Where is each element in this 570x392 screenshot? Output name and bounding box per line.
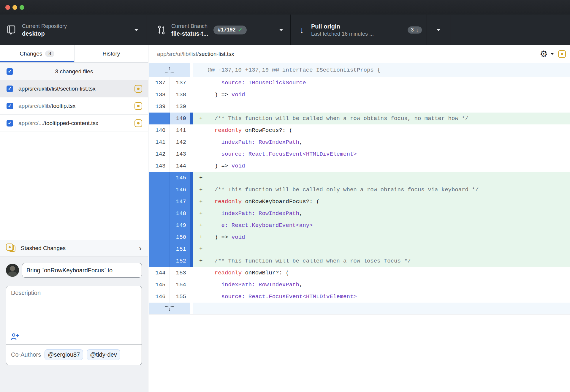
commit-description-input[interactable]: Description xyxy=(6,286,142,344)
diff-gutter[interactable]: 138138 xyxy=(149,89,190,101)
diff-gutter[interactable]: 143144 xyxy=(149,160,190,172)
minimize-window-button[interactable] xyxy=(12,5,17,10)
pull-count-badge: 3 ↓ xyxy=(408,26,422,34)
current-branch-button[interactable]: Current Branch file-status-t... #17192 ✓ xyxy=(146,15,291,45)
stashed-changes-row[interactable]: Stashed Changes › xyxy=(0,240,148,257)
diff-gutter-strip xyxy=(190,148,193,160)
diff-gutter-strip xyxy=(190,196,193,208)
new-line-number: 140 xyxy=(170,113,190,124)
diff-gutter[interactable]: 144153 xyxy=(149,267,190,279)
changed-file-list: ✓app/src/ui/lib/list/section-list.tsx✓ap… xyxy=(0,80,148,132)
stash-icon xyxy=(6,244,16,253)
new-line-number: 143 xyxy=(170,148,190,160)
file-checkbox[interactable]: ✓ xyxy=(7,86,13,92)
diff-gutter-strip xyxy=(190,63,193,77)
diff-gutter-strip xyxy=(190,124,193,136)
diff-gutter-strip xyxy=(190,279,193,291)
diff-code-line: ) => void xyxy=(193,160,570,172)
diff-code-line: indexPath: RowIndexPath, xyxy=(193,136,570,148)
old-line-number: 142 xyxy=(149,148,170,160)
tab-changes[interactable]: Changes 3 xyxy=(0,45,74,62)
old-line-number: 146 xyxy=(149,291,170,303)
diff-gutter[interactable]: 150 xyxy=(149,231,190,243)
new-line-number: 144 xyxy=(170,160,190,172)
chevron-down-icon xyxy=(279,29,283,31)
file-row[interactable]: ✓app/src/.../tooltipped-content.tsx xyxy=(0,115,148,132)
tab-history[interactable]: History xyxy=(74,45,148,62)
pull-options-dropdown[interactable] xyxy=(427,15,450,45)
diff-pane: app/src/ui/lib/list/section-list.tsx ⚙ ↑… xyxy=(149,45,570,392)
diff-gutter[interactable]: 149 xyxy=(149,219,190,231)
file-row[interactable]: ✓app/src/ui/lib/list/section-list.tsx xyxy=(0,80,148,97)
diff-gutter[interactable]: 142143 xyxy=(149,148,190,160)
diff-gutter[interactable]: 148 xyxy=(149,208,190,219)
old-line-number: 137 xyxy=(149,77,170,89)
diff-gutter-strip xyxy=(190,89,193,101)
modified-status-icon xyxy=(134,85,142,93)
added-line-marker: + xyxy=(199,231,202,243)
diff-gutter[interactable]: 140141 xyxy=(149,124,190,136)
diff-code-line xyxy=(193,303,570,314)
old-line-number xyxy=(149,113,170,124)
file-path: app/src/.../tooltipped-content.tsx xyxy=(18,120,134,127)
diff-gutter[interactable]: 151 xyxy=(149,243,190,255)
commit-summary-input[interactable]: Bring `onRowKeyboardFocus` to xyxy=(22,263,142,278)
diff-gutter[interactable]: 147 xyxy=(149,196,190,208)
old-line-number xyxy=(149,219,170,231)
new-line-number: 145 xyxy=(170,172,190,184)
zoom-window-button[interactable] xyxy=(20,5,24,10)
add-coauthor-button[interactable] xyxy=(10,332,19,341)
file-row[interactable]: ✓app/src/ui/lib/tooltip.tsx xyxy=(0,97,148,115)
diff-code-line: + /** This function will be called when … xyxy=(193,113,570,124)
new-line-number: 151 xyxy=(170,243,190,255)
file-path: app/src/ui/lib/tooltip.tsx xyxy=(18,103,134,109)
file-checkbox[interactable]: ✓ xyxy=(7,120,13,127)
diff-options-button[interactable]: ⚙ xyxy=(540,50,554,59)
pull-origin-button[interactable]: ↓ Pull origin Last fetched 16 minutes ..… xyxy=(291,15,427,45)
diff-gutter[interactable]: 137137 xyxy=(149,77,190,89)
branch-icon xyxy=(157,25,166,35)
new-line-number: 137 xyxy=(170,77,190,89)
close-window-button[interactable] xyxy=(5,5,10,10)
chevron-down-icon xyxy=(134,29,138,31)
diff-gutter[interactable]: 146 xyxy=(149,184,190,196)
added-line-marker: + xyxy=(199,184,202,196)
github-desktop-window: Current Repository desktop Current Branc… xyxy=(0,0,570,392)
added-line-marker: + xyxy=(199,208,202,219)
diff-code-line: + /** This function will be called when … xyxy=(193,255,570,267)
diff-gutter[interactable]: 139139 xyxy=(149,101,190,113)
diff-code-line: + xyxy=(193,172,570,184)
expand-up-button[interactable]: ↑ xyxy=(149,63,190,77)
diff-gutter[interactable]: 141142 xyxy=(149,136,190,148)
diff-gutter[interactable]: 145154 xyxy=(149,279,190,291)
gear-icon: ⚙ xyxy=(540,50,548,59)
expand-down-button[interactable]: ↓ xyxy=(149,303,190,314)
new-line-number: 138 xyxy=(170,89,190,101)
old-line-number: 143 xyxy=(149,160,170,172)
hunk-header: @@ -137,10 +137,19 @@ interface ISection… xyxy=(193,63,570,77)
current-repository-button[interactable]: Current Repository desktop xyxy=(0,15,146,45)
diff-gutter[interactable]: 152 xyxy=(149,255,190,267)
diff-gutter-strip xyxy=(190,219,193,231)
diff-gutter[interactable]: 145 xyxy=(149,172,190,184)
diff-gutter-strip xyxy=(190,113,193,124)
diff-gutter-strip xyxy=(190,208,193,219)
coauthor-pill[interactable]: @sergiou87 xyxy=(45,349,83,360)
add-coauthor-icon xyxy=(10,332,19,341)
new-line-number: 152 xyxy=(170,255,190,267)
added-line-marker: + xyxy=(199,172,202,184)
new-line-number: 142 xyxy=(170,136,190,148)
old-line-number xyxy=(149,172,170,184)
pr-number-badge: #17192 ✓ xyxy=(213,26,246,34)
coauthor-pill-list: @sergiou87@tidy-dev xyxy=(45,349,120,360)
old-line-number xyxy=(149,208,170,219)
diff-gutter[interactable]: 146155 xyxy=(149,291,190,303)
old-line-number xyxy=(149,196,170,208)
changed-files-count: 3 changed files xyxy=(0,68,148,75)
coauthor-pill[interactable]: @tidy-dev xyxy=(87,349,120,360)
pull-title: Pull origin xyxy=(311,23,374,30)
diff-code-line: indexPath: RowIndexPath, xyxy=(193,279,570,291)
file-checkbox[interactable]: ✓ xyxy=(7,103,13,109)
modified-status-icon xyxy=(558,50,566,58)
diff-gutter[interactable]: 140 xyxy=(149,113,190,124)
